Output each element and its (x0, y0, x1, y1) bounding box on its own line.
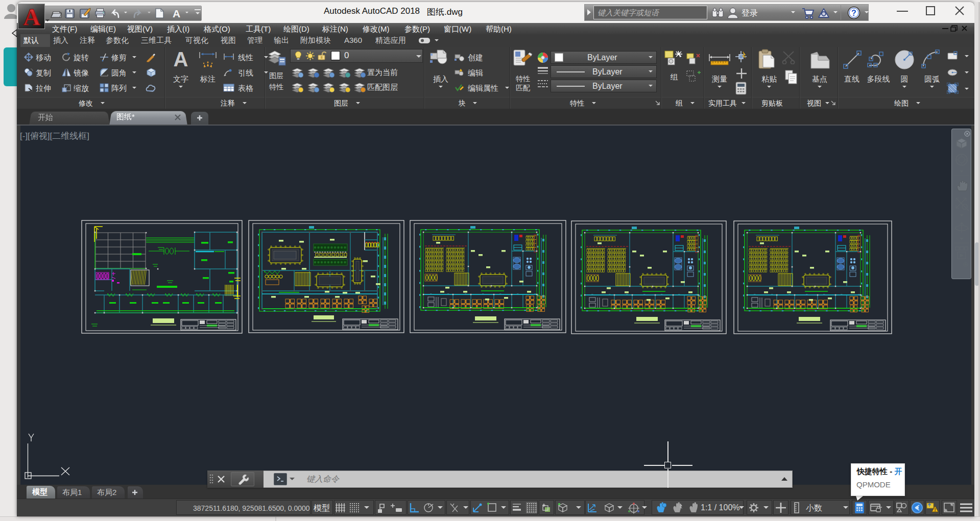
svg-text:?: ? (851, 9, 856, 17)
svg-text:!: ! (935, 507, 936, 512)
svg-text:A: A (23, 4, 40, 29)
svg-text:A: A (173, 8, 180, 19)
